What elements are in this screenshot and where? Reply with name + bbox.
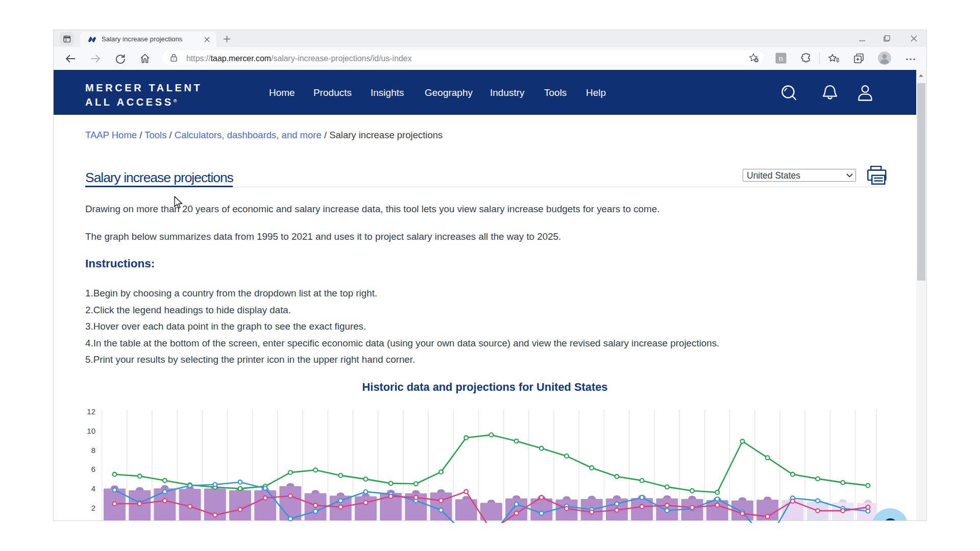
svg-text:2: 2 (91, 504, 95, 512)
svg-text:4: 4 (91, 484, 95, 493)
svg-text:10: 10 (87, 427, 95, 435)
svg-text:6: 6 (91, 465, 95, 473)
svg-text:12: 12 (87, 407, 95, 416)
svg-text:n: n (779, 54, 783, 63)
svg-text:8: 8 (91, 446, 95, 455)
